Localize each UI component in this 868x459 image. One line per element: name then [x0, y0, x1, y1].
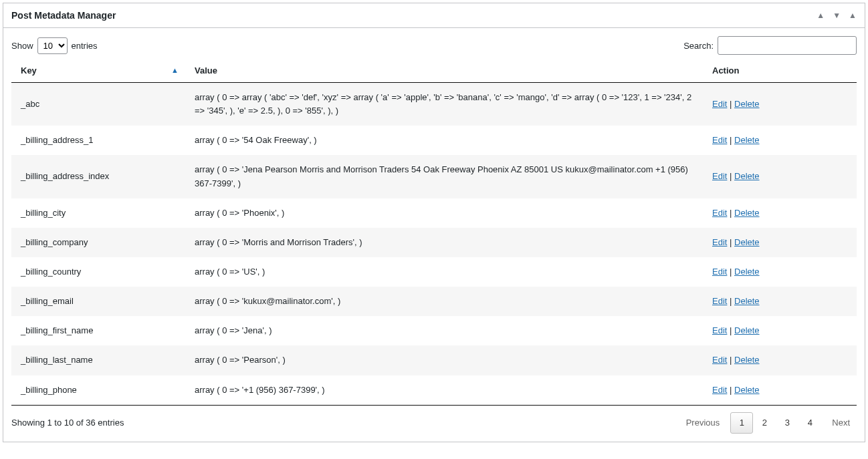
edit-link[interactable]: Edit	[712, 355, 727, 365]
panel-title: Post Metadata Manager	[11, 7, 116, 23]
delete-link[interactable]: Delete	[734, 99, 760, 109]
edit-link[interactable]: Edit	[712, 325, 727, 335]
col-header-action[interactable]: Action	[703, 59, 857, 83]
metadata-panel: Post Metadata Manager ▲ ▼ ▲ Show 10 entr…	[3, 3, 865, 442]
cell-key: _billing_address_1	[11, 126, 185, 155]
cell-key: _billing_first_name	[11, 316, 185, 345]
edit-link[interactable]: Edit	[712, 135, 727, 145]
collapse-icon[interactable]: ▲	[849, 11, 857, 19]
action-separator: |	[727, 355, 734, 365]
cell-value: array ( 0 => 'US', )	[185, 257, 703, 287]
metadata-table: Key ▲ Value Action _abcarray ( 0 => arra…	[11, 59, 857, 406]
table-row: _billing_last_namearray ( 0 => 'Pearson'…	[11, 345, 857, 375]
page-prev-button[interactable]: Previous	[679, 412, 727, 434]
search-input[interactable]	[718, 36, 857, 55]
panel-header-controls: ▲ ▼ ▲	[817, 11, 857, 19]
action-separator: |	[727, 325, 734, 335]
col-header-value[interactable]: Value	[185, 59, 703, 83]
entries-length: Show 10 entries	[11, 37, 98, 54]
delete-link[interactable]: Delete	[734, 355, 760, 365]
move-up-icon[interactable]: ▲	[817, 11, 825, 19]
cell-value: array ( 0 => 'Phoenix', )	[185, 198, 703, 228]
table-row: _billing_cityarray ( 0 => 'Phoenix', )Ed…	[11, 198, 857, 228]
cell-action: Edit | Delete	[703, 316, 857, 345]
edit-link[interactable]: Edit	[712, 237, 727, 247]
table-row: _billing_emailarray ( 0 => 'kukux@mailin…	[11, 287, 857, 316]
cell-action: Edit | Delete	[703, 198, 857, 228]
cell-key: _billing_phone	[11, 375, 185, 406]
page-number-button[interactable]: 4	[798, 412, 821, 434]
cell-action: Edit | Delete	[703, 155, 857, 198]
delete-link[interactable]: Delete	[734, 171, 760, 181]
delete-link[interactable]: Delete	[734, 267, 760, 277]
pagination: Previous 1234 Next	[679, 412, 857, 434]
action-separator: |	[727, 99, 734, 109]
page-number-button[interactable]: 3	[776, 412, 798, 434]
cell-value: array ( 0 => 'Jena', )	[185, 316, 703, 345]
action-separator: |	[727, 385, 734, 395]
col-header-key[interactable]: Key ▲	[11, 59, 185, 83]
cell-action: Edit | Delete	[703, 83, 857, 126]
show-label-suffix: entries	[72, 41, 98, 51]
cell-key: _billing_address_index	[11, 155, 185, 198]
cell-value: array ( 0 => '+1 (956) 367-7399', )	[185, 375, 703, 406]
table-filter: Search:	[683, 36, 857, 55]
show-label-prefix: Show	[11, 41, 33, 51]
cell-value: array ( 0 => 'Pearson', )	[185, 345, 703, 375]
table-top-bar: Show 10 entries Search:	[11, 36, 857, 55]
cell-key: _billing_company	[11, 228, 185, 257]
table-info: Showing 1 to 10 of 36 entries	[11, 418, 124, 428]
cell-value: array ( 0 => array ( 'abc' => 'def', 'xy…	[185, 83, 703, 126]
panel-header: Post Metadata Manager ▲ ▼ ▲	[3, 3, 865, 28]
action-separator: |	[727, 296, 734, 306]
cell-key: _billing_country	[11, 257, 185, 287]
cell-value: array ( 0 => '54 Oak Freeway', )	[185, 126, 703, 155]
page-number-button[interactable]: 2	[753, 412, 776, 434]
delete-link[interactable]: Delete	[734, 296, 760, 306]
cell-value: array ( 0 => 'kukux@mailinator.com', )	[185, 287, 703, 316]
panel-body: Show 10 entries Search: Key	[3, 28, 865, 442]
cell-key: _abc	[11, 83, 185, 126]
cell-action: Edit | Delete	[703, 257, 857, 287]
page-next-button[interactable]: Next	[825, 412, 857, 434]
table-row: _billing_countryarray ( 0 => 'US', )Edit…	[11, 257, 857, 287]
cell-value: array ( 0 => 'Jena Pearson Morris and Mo…	[185, 155, 703, 198]
table-row: _billing_phonearray ( 0 => '+1 (956) 367…	[11, 375, 857, 406]
delete-link[interactable]: Delete	[734, 385, 760, 395]
action-separator: |	[727, 171, 734, 181]
table-row: _billing_address_indexarray ( 0 => 'Jena…	[11, 155, 857, 198]
action-separator: |	[727, 267, 734, 277]
edit-link[interactable]: Edit	[712, 267, 727, 277]
action-separator: |	[727, 208, 734, 218]
delete-link[interactable]: Delete	[734, 135, 760, 145]
delete-link[interactable]: Delete	[734, 237, 760, 247]
action-separator: |	[727, 237, 734, 247]
search-label: Search:	[683, 41, 714, 51]
cell-action: Edit | Delete	[703, 375, 857, 406]
page-number-button[interactable]: 1	[730, 412, 753, 434]
table-row: _billing_first_namearray ( 0 => 'Jena', …	[11, 316, 857, 345]
move-down-icon[interactable]: ▼	[833, 11, 841, 19]
sort-asc-icon: ▲	[171, 66, 179, 74]
table-row: _billing_address_1array ( 0 => '54 Oak F…	[11, 126, 857, 155]
cell-action: Edit | Delete	[703, 287, 857, 316]
action-separator: |	[727, 135, 734, 145]
cell-key: _billing_email	[11, 287, 185, 316]
delete-link[interactable]: Delete	[734, 208, 760, 218]
edit-link[interactable]: Edit	[712, 385, 727, 395]
delete-link[interactable]: Delete	[734, 325, 760, 335]
edit-link[interactable]: Edit	[712, 171, 727, 181]
cell-key: _billing_last_name	[11, 345, 185, 375]
cell-action: Edit | Delete	[703, 228, 857, 257]
cell-action: Edit | Delete	[703, 345, 857, 375]
table-row: _abcarray ( 0 => array ( 'abc' => 'def',…	[11, 83, 857, 126]
table-row: _billing_companyarray ( 0 => 'Morris and…	[11, 228, 857, 257]
cell-key: _billing_city	[11, 198, 185, 228]
edit-link[interactable]: Edit	[712, 99, 727, 109]
table-bottom-bar: Showing 1 to 10 of 36 entries Previous 1…	[11, 412, 857, 434]
cell-value: array ( 0 => 'Morris and Morrison Trader…	[185, 228, 703, 257]
entries-per-page-select[interactable]: 10	[37, 37, 68, 54]
edit-link[interactable]: Edit	[712, 296, 727, 306]
edit-link[interactable]: Edit	[712, 208, 727, 218]
cell-action: Edit | Delete	[703, 126, 857, 155]
